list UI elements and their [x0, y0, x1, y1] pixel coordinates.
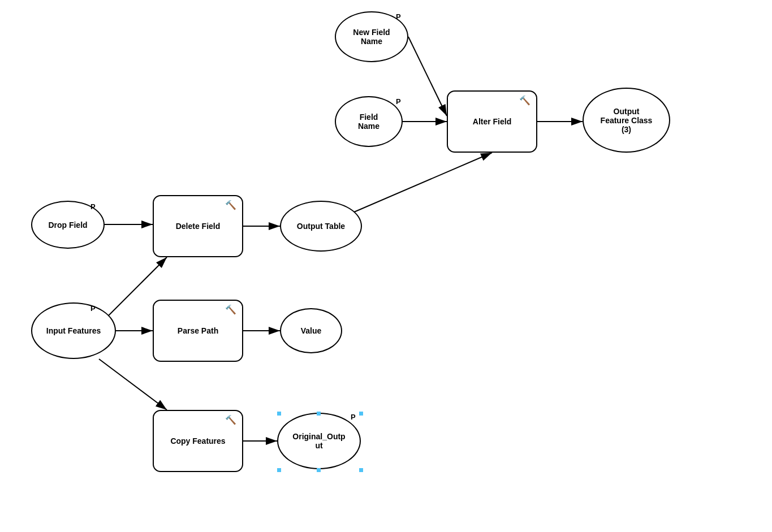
blue-dot-2 [317, 412, 321, 416]
arrows-svg [0, 0, 772, 532]
node-value[interactable]: Value [280, 308, 342, 353]
blue-dot-1 [277, 412, 281, 416]
node-original-output[interactable]: Original_Outp ut [277, 413, 361, 469]
hammer-icon-delete: 🔨 [225, 200, 236, 210]
node-parse-path[interactable]: 🔨 Parse Path [153, 300, 243, 362]
node-copy-features[interactable]: 🔨 Copy Features [153, 410, 243, 472]
p-label-original-output: P [351, 413, 356, 421]
svg-line-9 [99, 359, 167, 410]
blue-dot-3 [359, 412, 363, 416]
node-output-feature-class[interactable]: Output Feature Class (3) [583, 88, 670, 153]
p-label-new-field: P [396, 12, 401, 21]
node-input-features[interactable]: Input Features [31, 302, 116, 359]
p-label-drop-field: P [90, 202, 96, 211]
blue-dot-4 [277, 468, 281, 472]
node-delete-field[interactable]: 🔨 Delete Field [153, 195, 243, 257]
blue-dot-6 [359, 468, 363, 472]
hammer-icon-copy: 🔨 [225, 414, 236, 425]
svg-line-1 [408, 37, 447, 116]
p-label-field-name: P [396, 97, 401, 106]
hammer-icon-parse: 🔨 [225, 304, 236, 315]
node-field-name[interactable]: Field Name [335, 96, 403, 147]
diagram-container: New Field Name P Field Name P 🔨 Alter Fi… [0, 0, 772, 532]
node-alter-field[interactable]: 🔨 Alter Field [447, 90, 537, 153]
blue-dot-5 [317, 468, 321, 472]
node-output-table[interactable]: Output Table [280, 201, 362, 252]
p-label-input-features: P [90, 304, 96, 313]
hammer-icon-alter: 🔨 [519, 95, 531, 106]
